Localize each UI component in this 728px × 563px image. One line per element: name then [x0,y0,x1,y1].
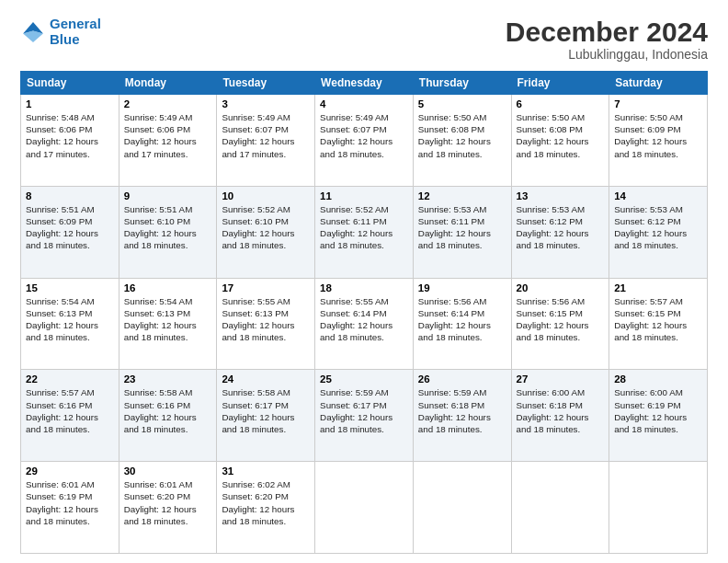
calendar-cell: 13Sunrise: 5:53 AM Sunset: 6:12 PM Dayli… [511,186,609,278]
day-info: Sunrise: 5:56 AM Sunset: 6:15 PM Dayligh… [517,295,605,344]
day-info: Sunrise: 5:50 AM Sunset: 6:09 PM Dayligh… [614,111,702,160]
header: General Blue December 2024 Lubuklinggau,… [20,17,708,62]
calendar-cell: 17Sunrise: 5:55 AM Sunset: 6:13 PM Dayli… [217,278,315,370]
logo-blue: Blue [50,31,80,47]
calendar-cell: 25Sunrise: 5:59 AM Sunset: 6:17 PM Dayli… [315,370,414,462]
day-info: Sunrise: 5:58 AM Sunset: 6:16 PM Dayligh… [124,386,212,435]
day-number: 14 [614,190,702,201]
day-number: 16 [124,282,212,293]
day-info: Sunrise: 5:54 AM Sunset: 6:13 PM Dayligh… [124,295,212,344]
day-info: Sunrise: 6:02 AM Sunset: 6:20 PM Dayligh… [222,478,310,527]
calendar-cell: 11Sunrise: 5:52 AM Sunset: 6:11 PM Dayli… [315,186,414,278]
calendar-cell: 10Sunrise: 5:52 AM Sunset: 6:10 PM Dayli… [217,186,315,278]
calendar-cell [511,462,609,554]
calendar-cell: 9Sunrise: 5:51 AM Sunset: 6:10 PM Daylig… [119,186,217,278]
calendar-day-header: Thursday [413,72,511,95]
day-info: Sunrise: 5:58 AM Sunset: 6:17 PM Dayligh… [222,386,310,435]
day-info: Sunrise: 5:57 AM Sunset: 6:16 PM Dayligh… [26,386,114,435]
calendar-day-header: Sunday [21,72,119,95]
calendar-cell: 21Sunrise: 5:57 AM Sunset: 6:15 PM Dayli… [609,278,708,370]
day-info: Sunrise: 5:53 AM Sunset: 6:12 PM Dayligh… [614,203,702,252]
day-number: 21 [614,282,702,293]
day-info: Sunrise: 5:55 AM Sunset: 6:14 PM Dayligh… [320,295,408,344]
calendar-cell: 14Sunrise: 5:53 AM Sunset: 6:12 PM Dayli… [609,186,708,278]
day-number: 4 [320,98,408,109]
calendar-week-row: 8Sunrise: 5:51 AM Sunset: 6:09 PM Daylig… [21,186,708,278]
calendar-cell: 19Sunrise: 5:56 AM Sunset: 6:14 PM Dayli… [413,278,511,370]
day-number: 19 [418,282,506,293]
day-number: 1 [26,98,114,109]
calendar-cell: 18Sunrise: 5:55 AM Sunset: 6:14 PM Dayli… [315,278,414,370]
calendar-table: SundayMondayTuesdayWednesdayThursdayFrid… [20,71,708,554]
day-number: 7 [614,98,702,109]
calendar-cell: 3Sunrise: 5:49 AM Sunset: 6:07 PM Daylig… [217,95,315,187]
day-info: Sunrise: 6:01 AM Sunset: 6:20 PM Dayligh… [124,478,212,527]
logo: General Blue [20,17,101,47]
logo-icon [20,19,46,45]
day-number: 23 [124,373,212,385]
day-info: Sunrise: 5:51 AM Sunset: 6:09 PM Dayligh… [26,203,114,252]
day-info: Sunrise: 6:01 AM Sunset: 6:19 PM Dayligh… [26,478,114,527]
day-number: 12 [418,190,506,201]
day-number: 28 [614,373,702,385]
day-number: 10 [222,190,310,201]
day-info: Sunrise: 5:52 AM Sunset: 6:11 PM Dayligh… [320,203,408,252]
day-number: 30 [124,465,212,477]
day-info: Sunrise: 6:00 AM Sunset: 6:19 PM Dayligh… [614,386,702,435]
day-number: 24 [222,373,310,385]
main-title: December 2024 [506,17,708,47]
day-info: Sunrise: 5:50 AM Sunset: 6:08 PM Dayligh… [517,111,605,160]
calendar-cell: 6Sunrise: 5:50 AM Sunset: 6:08 PM Daylig… [511,95,609,187]
calendar-week-row: 1Sunrise: 5:48 AM Sunset: 6:06 PM Daylig… [21,95,708,187]
calendar-week-row: 15Sunrise: 5:54 AM Sunset: 6:13 PM Dayli… [21,278,708,370]
day-number: 17 [222,282,310,293]
calendar-cell: 26Sunrise: 5:59 AM Sunset: 6:18 PM Dayli… [413,370,511,462]
calendar-week-row: 29Sunrise: 6:01 AM Sunset: 6:19 PM Dayli… [21,462,708,554]
day-info: Sunrise: 5:59 AM Sunset: 6:18 PM Dayligh… [418,386,506,435]
day-number: 20 [517,282,605,293]
day-info: Sunrise: 5:59 AM Sunset: 6:17 PM Dayligh… [320,386,408,435]
calendar-cell: 8Sunrise: 5:51 AM Sunset: 6:09 PM Daylig… [21,186,119,278]
calendar-cell: 1Sunrise: 5:48 AM Sunset: 6:06 PM Daylig… [21,95,119,187]
day-info: Sunrise: 6:00 AM Sunset: 6:18 PM Dayligh… [517,386,605,435]
day-number: 18 [320,282,408,293]
calendar-cell: 15Sunrise: 5:54 AM Sunset: 6:13 PM Dayli… [21,278,119,370]
day-info: Sunrise: 5:53 AM Sunset: 6:11 PM Dayligh… [418,203,506,252]
calendar-cell: 28Sunrise: 6:00 AM Sunset: 6:19 PM Dayli… [609,370,708,462]
calendar-cell [413,462,511,554]
day-info: Sunrise: 5:49 AM Sunset: 6:07 PM Dayligh… [320,111,408,160]
day-number: 2 [124,98,212,109]
calendar-cell: 16Sunrise: 5:54 AM Sunset: 6:13 PM Dayli… [119,278,217,370]
calendar-cell: 30Sunrise: 6:01 AM Sunset: 6:20 PM Dayli… [119,462,217,554]
title-block: December 2024 Lubuklinggau, Indonesia [506,17,708,62]
calendar-cell: 7Sunrise: 5:50 AM Sunset: 6:09 PM Daylig… [609,95,708,187]
calendar-cell: 24Sunrise: 5:58 AM Sunset: 6:17 PM Dayli… [217,370,315,462]
day-number: 5 [418,98,506,109]
calendar-cell: 29Sunrise: 6:01 AM Sunset: 6:19 PM Dayli… [21,462,119,554]
calendar-cell: 31Sunrise: 6:02 AM Sunset: 6:20 PM Dayli… [217,462,315,554]
calendar-cell: 23Sunrise: 5:58 AM Sunset: 6:16 PM Dayli… [119,370,217,462]
day-number: 27 [517,373,605,385]
day-number: 9 [124,190,212,201]
day-info: Sunrise: 5:52 AM Sunset: 6:10 PM Dayligh… [222,203,310,252]
day-info: Sunrise: 5:57 AM Sunset: 6:15 PM Dayligh… [614,295,702,344]
day-info: Sunrise: 5:49 AM Sunset: 6:06 PM Dayligh… [124,111,212,160]
day-number: 8 [26,190,114,201]
day-info: Sunrise: 5:50 AM Sunset: 6:08 PM Dayligh… [418,111,506,160]
subtitle: Lubuklinggau, Indonesia [506,47,708,62]
day-info: Sunrise: 5:54 AM Sunset: 6:13 PM Dayligh… [26,295,114,344]
calendar-cell: 12Sunrise: 5:53 AM Sunset: 6:11 PM Dayli… [413,186,511,278]
day-number: 11 [320,190,408,201]
day-info: Sunrise: 5:51 AM Sunset: 6:10 PM Dayligh… [124,203,212,252]
day-info: Sunrise: 5:56 AM Sunset: 6:14 PM Dayligh… [418,295,506,344]
calendar-day-header: Wednesday [315,72,414,95]
page: General Blue December 2024 Lubuklinggau,… [0,0,728,563]
calendar-header-row: SundayMondayTuesdayWednesdayThursdayFrid… [21,72,708,95]
calendar-day-header: Tuesday [217,72,315,95]
day-number: 25 [320,373,408,385]
calendar-cell: 5Sunrise: 5:50 AM Sunset: 6:08 PM Daylig… [413,95,511,187]
day-info: Sunrise: 5:55 AM Sunset: 6:13 PM Dayligh… [222,295,310,344]
day-number: 6 [517,98,605,109]
day-number: 22 [26,373,114,385]
calendar-cell: 20Sunrise: 5:56 AM Sunset: 6:15 PM Dayli… [511,278,609,370]
